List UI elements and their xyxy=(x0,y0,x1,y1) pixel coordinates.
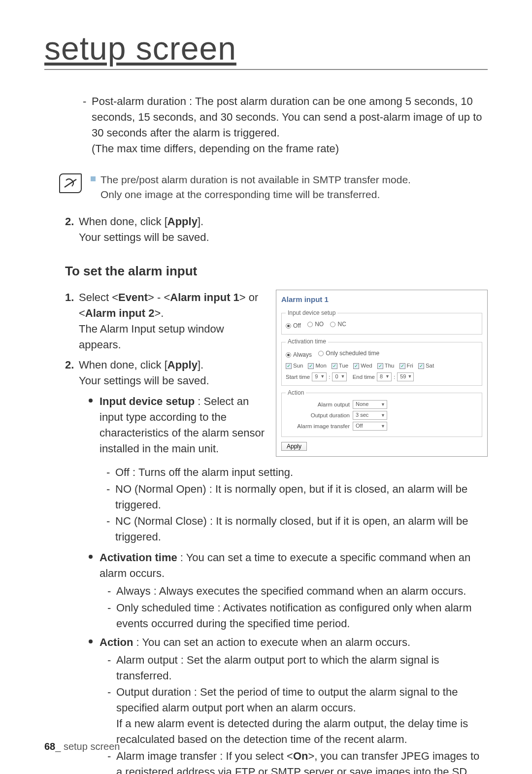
ids-no: NO (Normal Open) : It is normally open, … xyxy=(106,481,488,513)
footer: 68_ setup screen xyxy=(44,741,120,752)
day-check-mon[interactable]: ✓Mon xyxy=(308,362,326,370)
radio-no[interactable]: NO xyxy=(307,320,324,329)
ids-off: Off : Turns off the alarm input setting. xyxy=(106,465,488,480)
output-duration-select[interactable]: 3 sec▼ xyxy=(353,411,387,420)
step-1-line2: The Alarm Input setup window appears. xyxy=(79,323,224,351)
step-number: 2. xyxy=(65,357,74,373)
output-duration-label: Output duration xyxy=(286,411,350,420)
end-min-select[interactable]: 59▼ xyxy=(397,372,414,381)
end-hour-select[interactable]: 8▼ xyxy=(377,372,392,381)
legend-input-device: Input device setup xyxy=(286,309,337,317)
alarm-output-label: Alarm output xyxy=(286,401,350,409)
radio-always[interactable]: Always xyxy=(286,351,312,359)
radio-nc[interactable]: NC xyxy=(330,320,346,329)
ids-nc: NC (Normal Close) : It is normally close… xyxy=(106,513,488,545)
note-icon xyxy=(59,173,82,193)
action-group: Action Alarm output None▼ Output duratio… xyxy=(281,389,482,437)
day-check-thu[interactable]: ✓Thu xyxy=(377,362,395,370)
step-2b-text: When done, click [Apply]. xyxy=(79,359,203,371)
day-check-sun[interactable]: ✓Sun xyxy=(286,362,303,370)
note-line-1: The pre/post alarm duration is not avail… xyxy=(100,172,411,187)
ac-image-transfer: Alarm image transfer : If you select <On… xyxy=(107,748,488,774)
day-check-sat[interactable]: ✓Sat xyxy=(418,362,434,370)
alarm-image-transfer-select[interactable]: Off▼ xyxy=(353,422,387,431)
page-number: 68 xyxy=(44,741,55,752)
step-2a-text: When done, click [Apply]. xyxy=(79,215,203,228)
section-heading: To set the alarm input xyxy=(65,262,488,281)
alarm-image-transfer-label: Alarm image transfer xyxy=(286,422,350,431)
start-time-label: Start time xyxy=(286,373,310,381)
day-check-wed[interactable]: ✓Wed xyxy=(353,362,372,370)
note-line-2: Only one image at the corresponding time… xyxy=(100,187,411,202)
input-device-setup-item: Input device setup : Select an input typ… xyxy=(89,394,266,457)
end-time-label: End time xyxy=(353,373,375,381)
panel-title: Alarm input 1 xyxy=(281,294,482,305)
footer-text: _ setup screen xyxy=(55,741,120,752)
ac-duration: Output duration : Set the period of time… xyxy=(107,684,488,747)
activation-time-group: Activation time Always Only scheduled ti… xyxy=(281,337,482,385)
alarm-output-select[interactable]: None▼ xyxy=(353,400,387,409)
post-alarm-duration-text: Post-alarm duration : The post alarm dur… xyxy=(83,94,488,157)
step-number: 1. xyxy=(65,290,74,305)
at-scheduled: Only scheduled time : Activates notifica… xyxy=(107,600,488,632)
step-2b-line2: Your settings will be saved. xyxy=(79,374,209,387)
page-title: setup screen xyxy=(44,30,236,67)
apply-button[interactable]: Apply xyxy=(281,442,307,451)
ac-output: Alarm output : Set the alarm output port… xyxy=(107,652,488,684)
action-item: Action : You can set an action to execut… xyxy=(89,635,488,774)
legend-action: Action xyxy=(286,389,306,397)
activation-time-item: Activation time : You can set a time to … xyxy=(89,550,488,631)
start-min-select[interactable]: 0▼ xyxy=(332,372,347,381)
note-bullet-icon xyxy=(91,176,96,181)
legend-activation-time: Activation time xyxy=(286,337,328,346)
radio-scheduled[interactable]: Only scheduled time xyxy=(318,349,379,358)
step-1-text: Select <Event> - <Alarm input 1> or <Ala… xyxy=(79,291,258,319)
start-hour-select[interactable]: 9▼ xyxy=(312,372,327,381)
input-device-setup-group: Input device setup Off NO NC xyxy=(281,309,482,335)
radio-off[interactable]: Off xyxy=(286,322,301,330)
step-number: 2. xyxy=(65,214,74,230)
at-always: Always : Always executes the specified c… xyxy=(107,583,488,599)
day-check-tue[interactable]: ✓Tue xyxy=(332,362,348,370)
alarm-input-panel: Alarm input 1 Input device setup Off NO … xyxy=(276,290,488,457)
day-check-fri[interactable]: ✓Fri xyxy=(399,362,413,370)
step-2a-line2: Your settings will be saved. xyxy=(79,231,209,243)
